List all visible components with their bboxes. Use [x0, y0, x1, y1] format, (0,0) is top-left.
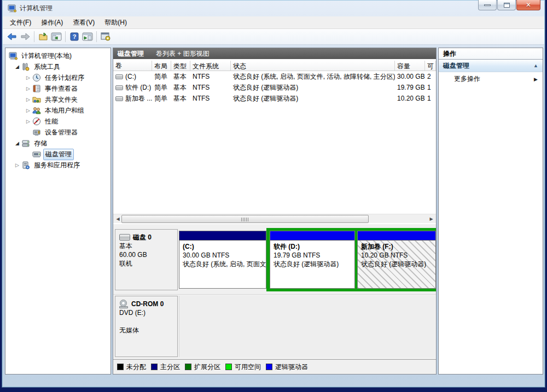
horizontal-scrollbar[interactable]: ◀ ▶ — [113, 214, 436, 223]
tree-item-performance[interactable]: ▷ 性能 — [5, 116, 110, 127]
device-manager-icon — [32, 128, 41, 137]
window-title: 计算机管理 — [20, 4, 53, 13]
legend-bar: 未分配 主分区 扩展分区 可用空间 逻辑驱动器 — [113, 359, 436, 374]
back-button[interactable] — [5, 30, 19, 43]
partition-d[interactable]: 软件 (D:) 19.79 GB NTFS 状态良好 (逻辑驱动器) — [270, 231, 355, 289]
actions-section-disk-management[interactable]: 磁盘管理 ▲ — [439, 60, 543, 72]
partition-d-size: 19.79 GB NTFS — [274, 251, 351, 260]
console-window-button[interactable] — [99, 30, 112, 43]
volume-row-d[interactable]: 软件 (D:) 简单 基本 NTFS 状态良好 (逻辑驱动器) 19.79 GB… — [113, 82, 436, 93]
collapsed-arrow-icon[interactable]: ▷ — [24, 86, 32, 91]
tree-item-task-scheduler[interactable]: ▷ 任务计划程序 — [5, 72, 110, 83]
tree-item-services-applications[interactable]: ▷ 服务和应用程序 — [5, 160, 110, 171]
svg-text:?: ? — [73, 33, 77, 40]
tree-item-local-users-groups[interactable]: ▷ 本地用户和组 — [5, 105, 110, 116]
partition-f-size: 10.20 GB NTFS — [361, 251, 432, 260]
help-button[interactable]: ? — [68, 30, 81, 43]
tree-item-computer-management-root[interactable]: 计算机管理(本地) — [5, 50, 110, 61]
show-action-pane-icon — [82, 32, 93, 41]
column-free-space[interactable]: 可 — [425, 61, 436, 71]
performance-icon — [32, 117, 41, 126]
partition-d-color-bar — [270, 231, 354, 241]
volume-row-f[interactable]: 新加卷 ... 简单 基本 NTFS 状态良好 (逻辑驱动器) 10.20 GB… — [113, 93, 436, 104]
tree-item-label: 本地用户和组 — [43, 106, 86, 116]
menu-view[interactable]: 查看(V) — [68, 16, 100, 29]
export-list-icon — [38, 32, 48, 41]
titlebar[interactable]: 计算机管理 ✕ — [2, 0, 545, 16]
scrollbar-grip-icon — [241, 218, 249, 221]
storage-icon — [21, 139, 30, 148]
collapsed-arrow-icon[interactable]: ▷ — [13, 162, 21, 168]
back-icon — [7, 33, 17, 40]
export-list-button[interactable] — [37, 30, 50, 43]
legend-color-swatch — [266, 364, 272, 370]
column-capacity[interactable]: 容量 — [395, 61, 425, 71]
minimize-button[interactable] — [478, 0, 497, 10]
disk-icon — [119, 234, 130, 241]
collapsed-arrow-icon[interactable]: ▷ — [24, 97, 32, 102]
show-action-pane-button[interactable] — [81, 30, 94, 43]
cdrom-name: CD-ROM 0 — [131, 300, 164, 308]
legend-color-swatch — [225, 364, 232, 370]
column-volume[interactable]: 卷 — [113, 61, 152, 71]
cdrom-media-status: 无媒体 — [119, 326, 173, 335]
legend-color-swatch — [151, 364, 158, 370]
volume-icon — [115, 85, 123, 90]
tree-item-disk-management[interactable]: 磁盘管理 — [5, 149, 110, 160]
disk-management-main-panel: 磁盘管理 卷列表 + 图形视图 卷 布局 类型 文件系统 状态 容量 可 (C:… — [113, 48, 437, 375]
tree-item-label: 性能 — [43, 116, 60, 127]
shared-folder-icon — [32, 95, 41, 104]
scrollbar-thumb[interactable] — [121, 215, 369, 223]
view-title: 磁盘管理 — [118, 49, 144, 58]
view-header: 磁盘管理 卷列表 + 图形视图 — [113, 48, 436, 59]
partition-c[interactable]: (C:) 30.00 GB NTFS 状态良好 (系统, 启动, 页面文 — [179, 231, 266, 289]
help-icon: ? — [70, 32, 79, 41]
legend-unallocated: 未分配 — [117, 362, 146, 372]
expanded-arrow-icon[interactable]: ◢ — [13, 141, 21, 146]
tree-item-label: 事件查看器 — [43, 84, 79, 94]
column-layout[interactable]: 布局 — [152, 61, 171, 71]
collapsed-arrow-icon[interactable]: ▷ — [24, 119, 32, 124]
expanded-arrow-icon[interactable]: ◢ — [13, 64, 21, 69]
toolbar-separator — [96, 31, 97, 42]
partition-c-label: (C:) — [183, 242, 263, 251]
partition-d-label: 软件 (D:) — [274, 242, 351, 251]
tree-item-event-viewer[interactable]: ▷ 事件查看器 — [5, 83, 110, 94]
legend-logical-drive: 逻辑驱动器 — [266, 362, 308, 372]
collapse-section-icon[interactable]: ▲ — [533, 63, 538, 68]
tree-item-system-tools[interactable]: ◢ 系统工具 — [5, 61, 110, 72]
disk0-type: 基本 — [119, 242, 173, 250]
system-tools-icon — [21, 62, 30, 71]
toolbar-separator — [34, 31, 34, 42]
disk0-info[interactable]: 磁盘 0 基本 60.00 GB 联机 — [115, 229, 178, 290]
cdrom-row: CD-ROM 0 DVD (E:) 无媒体 — [113, 294, 436, 358]
column-type[interactable]: 类型 — [171, 61, 190, 71]
menu-action[interactable]: 操作(A) — [36, 16, 68, 29]
volume-row-c[interactable]: (C:) 简单 基本 NTFS 状态良好 (系统, 启动, 页面文件, 活动, … — [113, 71, 436, 82]
close-button[interactable]: ✕ — [516, 0, 540, 10]
column-status[interactable]: 状态 — [231, 61, 395, 71]
tree-item-label: 系统工具 — [32, 62, 62, 72]
column-filesystem[interactable]: 文件系统 — [190, 61, 231, 71]
show-console-tree-button[interactable] — [50, 30, 63, 43]
forward-button[interactable] — [19, 30, 32, 43]
menu-help[interactable]: 帮助(H) — [100, 16, 132, 29]
legend-primary-partition: 主分区 — [151, 362, 180, 372]
tree-item-device-manager[interactable]: 设备管理器 — [5, 127, 110, 138]
cdrom-info[interactable]: CD-ROM 0 DVD (E:) 无媒体 — [115, 296, 178, 357]
collapsed-arrow-icon[interactable]: ▷ — [24, 75, 32, 80]
tree-item-storage[interactable]: ◢ 存储 — [5, 138, 110, 149]
legend-color-swatch — [117, 364, 124, 370]
maximize-button[interactable] — [497, 0, 516, 10]
console-window-icon — [101, 32, 110, 41]
partition-f-selected[interactable]: 新加卷 (F:) 10.20 GB NTFS 状态良好 (逻辑驱动器) — [357, 231, 436, 289]
scroll-right-arrow[interactable]: ▶ — [427, 214, 436, 224]
collapsed-arrow-icon[interactable]: ▷ — [24, 108, 32, 113]
legend-free-space: 可用空间 — [225, 362, 261, 372]
more-actions-item[interactable]: 更多操作 ▶ — [439, 72, 543, 86]
menu-file[interactable]: 文件(F) — [5, 16, 36, 29]
cdrom-icon — [119, 300, 128, 308]
tree-item-shared-folders[interactable]: ▷ 共享文件夹 — [5, 94, 110, 105]
actions-panel: 操作 磁盘管理 ▲ 更多操作 ▶ — [438, 48, 543, 375]
tree-item-label: 磁盘管理 — [43, 149, 74, 160]
